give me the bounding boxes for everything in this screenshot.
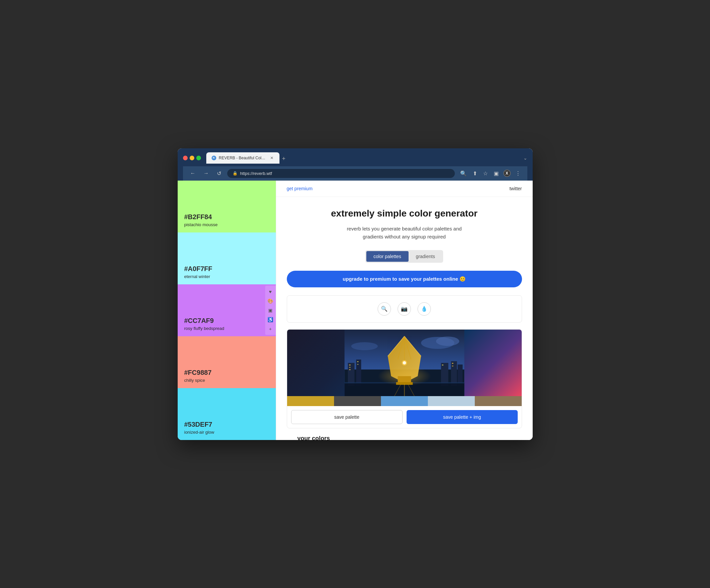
back-button[interactable]: ← <box>188 170 198 177</box>
right-panel-main: extremely simple color generator reverb … <box>276 197 532 440</box>
image-palette-card: save palette save palette + img <box>287 329 522 428</box>
color-name-1: pistachio mousse <box>184 222 269 227</box>
tab-title: REVERB - Beautiful Color Pale… <box>219 156 267 160</box>
new-tab-button[interactable]: + <box>280 154 288 164</box>
hero-title: extremely simple color generator <box>287 207 522 220</box>
search-palette-button[interactable]: 🔍 <box>378 302 391 316</box>
palette-image <box>287 329 522 396</box>
sidebar-icon[interactable]: ▣ <box>492 169 500 178</box>
palette-sidebar-icon[interactable]: 🎨 <box>266 297 275 305</box>
dropper-palette-icon: 💧 <box>421 305 428 312</box>
svg-point-20 <box>403 361 406 365</box>
color-hex-1: #B2FF84 <box>184 213 269 221</box>
color-name-2: eternal winter <box>184 274 269 279</box>
svg-rect-27 <box>357 364 358 365</box>
tab-favicon: R <box>212 156 216 160</box>
browser-controls: R REVERB - Beautiful Color Pale… ✕ + ⌄ <box>183 152 527 164</box>
svg-rect-28 <box>452 363 453 364</box>
refresh-button[interactable]: ↺ <box>215 170 223 177</box>
browser-tabs: R REVERB - Beautiful Color Pale… ✕ + <box>206 152 523 164</box>
your-colors-title: your colors <box>287 435 522 440</box>
maximize-traffic-light[interactable] <box>196 156 201 160</box>
svg-rect-26 <box>357 361 358 362</box>
twitter-link[interactable]: twitter <box>510 186 522 191</box>
tab-bar: color palettes gradients <box>365 250 444 263</box>
color-swatch-2: #A0F7FF eternal winter <box>178 232 276 284</box>
right-panel-header: get premium twitter <box>276 180 532 197</box>
dropper-palette-button[interactable]: 💧 <box>418 302 431 316</box>
bookmark-icon[interactable]: ☆ <box>482 169 489 178</box>
color-panel: #B2FF84 pistachio mousse #A0F7FF eternal… <box>178 180 276 440</box>
svg-rect-24 <box>349 367 350 368</box>
palette-tools-card: 🔍 📷 💧 <box>287 295 522 323</box>
strip-color-swatch <box>287 396 334 406</box>
image-actions: save palette save palette + img <box>287 406 522 428</box>
svg-rect-25 <box>349 369 350 370</box>
add-sidebar-icon[interactable]: + <box>266 325 275 333</box>
color-hex-3: #CC7AF9 <box>184 317 269 325</box>
color-hex-5: #53DEF7 <box>184 421 269 428</box>
color-hex-2: #A0F7FF <box>184 265 269 273</box>
strip-color-swatch <box>475 396 522 406</box>
hero-subtitle: reverb lets you generate beautiful color… <box>287 225 522 241</box>
browser-content: #B2FF84 pistachio mousse #A0F7FF eternal… <box>178 180 532 440</box>
image-color-strip <box>287 396 522 406</box>
color-name-4: chilly spice <box>184 378 269 383</box>
menu-icon[interactable]: ⋮ <box>514 169 522 178</box>
color-swatch-4: #FC9887 chilly spice <box>178 336 276 388</box>
browser-titlebar: R REVERB - Beautiful Color Pale… ✕ + ⌄ ←… <box>178 148 532 180</box>
color-palettes-tab[interactable]: color palettes <box>366 251 408 262</box>
url-text: https://reverb.wtf <box>240 171 272 176</box>
svg-point-2 <box>436 337 459 346</box>
traffic-lights <box>183 156 201 160</box>
heart-sidebar-icon[interactable]: ♥ <box>266 288 275 296</box>
save-palette-button[interactable]: save palette <box>291 410 403 424</box>
search-palette-icon: 🔍 <box>381 305 387 312</box>
svg-rect-29 <box>452 366 453 367</box>
tab-close-button[interactable]: ✕ <box>269 155 274 161</box>
active-tab[interactable]: R REVERB - Beautiful Color Pale… ✕ <box>206 152 280 164</box>
address-bar[interactable]: 🔒 https://reverb.wtf <box>227 169 455 178</box>
svg-rect-23 <box>349 365 350 366</box>
color-hex-4: #FC9887 <box>184 369 269 376</box>
save-palette-img-button[interactable]: save palette + img <box>407 410 518 424</box>
gradients-tab[interactable]: gradients <box>408 251 443 262</box>
lock-icon: 🔒 <box>233 171 238 176</box>
upgrade-button[interactable]: upgrade to premium to save your palettes… <box>287 271 522 287</box>
browser-addressbar: ← → ↺ 🔒 https://reverb.wtf 🔍 ⬆ ☆ ▣ X ⋮ <box>183 166 527 180</box>
camera-palette-icon: 📷 <box>401 305 407 312</box>
profile-icon[interactable]: X <box>503 170 511 177</box>
forward-button[interactable]: → <box>202 170 211 177</box>
swatch-sidebar: ♥ 🎨 ▣ ♿ + <box>265 286 276 335</box>
strip-color-swatch <box>428 396 475 406</box>
right-panel: get premium twitter extremely simple col… <box>276 180 532 440</box>
strip-color-swatch <box>381 396 428 406</box>
search-icon[interactable]: 🔍 <box>459 169 468 178</box>
copy-sidebar-icon[interactable]: ▣ <box>266 306 275 314</box>
color-swatch-5: #53DEF7 ionized-air glow <box>178 388 276 440</box>
color-name-5: ionized-air glow <box>184 430 269 435</box>
get-premium-link[interactable]: get premium <box>287 186 313 191</box>
share-icon[interactable]: ⬆ <box>471 169 478 178</box>
close-traffic-light[interactable] <box>183 156 188 160</box>
browser-window: R REVERB - Beautiful Color Pale… ✕ + ⌄ ←… <box>178 148 532 440</box>
svg-rect-30 <box>442 365 443 366</box>
color-swatch-1: #B2FF84 pistachio mousse <box>178 180 276 232</box>
strip-color-swatch <box>334 396 381 406</box>
color-name-3: rosy fluffy bedspread <box>184 326 269 331</box>
minimize-traffic-light[interactable] <box>190 156 194 160</box>
color-swatch-3: #CC7AF9 rosy fluffy bedspread ♥ 🎨 ▣ ♿ + <box>178 284 276 336</box>
svg-point-3 <box>351 342 378 350</box>
browser-menu-icon[interactable]: ⌄ <box>523 155 527 161</box>
browser-actions: 🔍 ⬆ ☆ ▣ X ⋮ <box>459 169 522 178</box>
accessibility-sidebar-icon[interactable]: ♿ <box>266 316 275 324</box>
camera-palette-button[interactable]: 📷 <box>398 302 411 316</box>
